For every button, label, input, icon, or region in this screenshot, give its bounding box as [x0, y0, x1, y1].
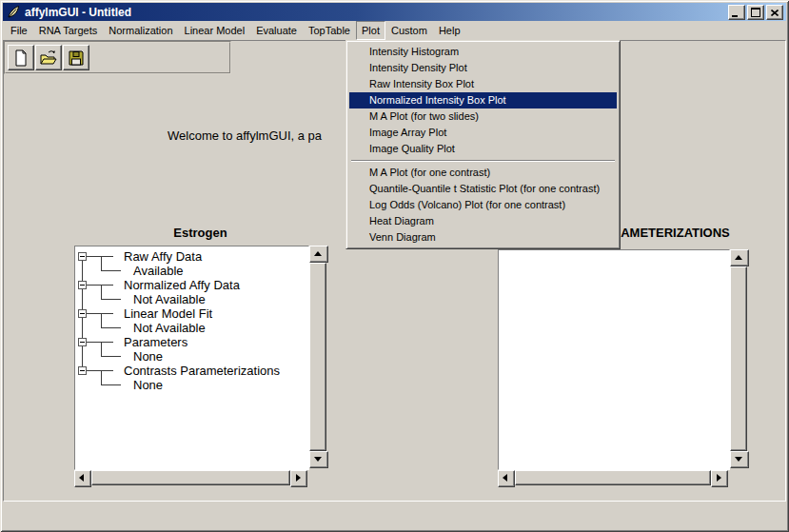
menubar-item-custom[interactable]: Custom — [385, 21, 433, 40]
left-panel: Raw Affy DataAvailableNormalized Affy Da… — [74, 246, 326, 485]
arrow-left-icon — [503, 474, 507, 482]
arrow-right-icon — [717, 474, 721, 482]
estrogen-listbox[interactable]: Raw Affy DataAvailableNormalized Affy Da… — [74, 246, 309, 470]
tree-group-raw-affy-data: Raw Affy DataAvailable — [75, 249, 308, 278]
tree-expand-icon[interactable] — [78, 252, 87, 261]
tree-node-label[interactable]: Raw Affy Data — [124, 249, 202, 264]
plot-menu-item-intensity-density-plot[interactable]: Intensity Density Plot — [349, 60, 617, 76]
tree-connector — [101, 313, 102, 328]
left-panel-title: Estrogen — [74, 226, 326, 240]
minimize-icon — [732, 15, 738, 17]
scrollbar-thumb[interactable] — [730, 266, 747, 451]
plot-menu-item-log-odds-volcano-plot-for-one-contrast[interactable]: Log Odds (Volcano) Plot (for one contras… — [349, 197, 617, 213]
plot-menu-item-m-a-plot-for-one-contrast[interactable]: M A Plot (for one contrast) — [349, 165, 617, 181]
tree-node-status[interactable]: None — [133, 378, 163, 392]
new-document-icon — [11, 49, 30, 68]
menubar-item-linear-model[interactable]: Linear Model — [179, 21, 251, 40]
plot-menu-item-heat-diagram[interactable]: Heat Diagram — [349, 213, 617, 229]
plot-menu-item-raw-intensity-box-plot[interactable]: Raw Intensity Box Plot — [349, 76, 617, 92]
scroll-right-button[interactable] — [711, 470, 728, 487]
scroll-up-button[interactable] — [309, 246, 328, 263]
minimize-button[interactable] — [728, 5, 745, 20]
tree-connector — [101, 299, 121, 300]
plot-menu-item-m-a-plot-for-two-slides[interactable]: M A Plot (for two slides) — [349, 108, 617, 125]
tree-node-status[interactable]: None — [133, 349, 163, 364]
menubar: FileRNA TargetsNormalizationLinear Model… — [3, 21, 786, 40]
scroll-left-button[interactable] — [498, 470, 515, 487]
menubar-item-file[interactable]: File — [5, 21, 33, 40]
scrollbar-thumb[interactable] — [91, 470, 290, 485]
tree-expand-icon[interactable] — [78, 366, 87, 375]
tree-group-parameters: ParametersNone — [75, 335, 308, 364]
tree-connector — [87, 342, 113, 343]
menu-separator — [351, 160, 615, 162]
scroll-left-button[interactable] — [74, 470, 91, 487]
left-vertical-scrollbar[interactable] — [309, 246, 326, 468]
tree-connector — [101, 384, 121, 385]
tree-connector — [101, 356, 121, 357]
tree-connector — [101, 342, 102, 357]
save-floppy-icon — [67, 49, 86, 68]
new-file-button[interactable] — [8, 45, 34, 70]
save-file-button[interactable] — [63, 45, 89, 70]
menubar-item-evaluate[interactable]: Evaluate — [250, 21, 303, 40]
arrow-left-icon — [79, 474, 84, 482]
titlebar: affylmGUI - Untitled — [3, 3, 786, 21]
left-horizontal-scrollbar[interactable] — [74, 470, 307, 485]
plot-menu: Intensity HistogramIntensity Density Plo… — [345, 40, 621, 249]
tree-connector — [87, 370, 113, 371]
feather-icon — [6, 5, 21, 20]
right-vertical-scrollbar[interactable] — [730, 249, 747, 468]
menubar-item-plot[interactable]: Plot — [356, 21, 385, 40]
tree-node-status[interactable]: Not Available — [133, 321, 206, 335]
close-button[interactable] — [766, 5, 783, 20]
scroll-right-button[interactable] — [290, 470, 307, 487]
tree-expand-icon[interactable] — [78, 309, 87, 318]
toolbar — [4, 41, 231, 74]
tree-expand-icon[interactable] — [78, 338, 87, 346]
tree-expand-icon[interactable] — [78, 281, 87, 289]
scrollbar-thumb[interactable] — [515, 470, 711, 485]
welcome-text: Welcome to affylmGUI, a pa — [168, 128, 322, 143]
scrollbar-thumb[interactable] — [309, 263, 326, 451]
plot-menu-item-normalized-intensity-box-plot[interactable]: Normalized Intensity Box Plot — [349, 92, 617, 108]
tree-connector — [101, 285, 102, 300]
plot-menu-item-image-quality-plot[interactable]: Image Quality Plot — [349, 141, 617, 157]
arrow-down-icon — [314, 457, 322, 462]
scroll-down-button[interactable] — [309, 451, 328, 468]
tree-node-status[interactable]: Available — [133, 264, 184, 278]
menubar-item-normalization[interactable]: Normalization — [103, 21, 178, 40]
open-file-button[interactable] — [35, 45, 62, 70]
contrasts-listbox[interactable] — [498, 249, 730, 470]
tree-node-label[interactable]: Linear Model Fit — [124, 306, 212, 321]
tree-connector — [101, 327, 121, 328]
tree-node-label[interactable]: Parameters — [124, 335, 187, 349]
arrow-up-icon — [314, 251, 322, 256]
plot-menu-item-intensity-histogram[interactable]: Intensity Histogram — [349, 44, 617, 60]
tree-connector — [101, 270, 121, 271]
menubar-item-help[interactable]: Help — [433, 21, 466, 40]
plot-menu-item-quantile-quantile-t-statistic-plot-for-one-contrast[interactable]: Quantile-Quantile t Statistic Plot (for … — [349, 181, 617, 197]
scroll-up-button[interactable] — [730, 249, 749, 266]
plot-menu-item-venn-diagram[interactable]: Venn Diagram — [349, 229, 617, 246]
window-controls — [728, 5, 783, 20]
maximize-button[interactable] — [747, 5, 764, 20]
scroll-down-button[interactable] — [730, 451, 749, 468]
estrogen-tree: Raw Affy DataAvailableNormalized Affy Da… — [75, 246, 308, 469]
tree-connector — [101, 370, 102, 385]
maximize-icon — [751, 8, 760, 17]
tree-connector — [101, 256, 102, 271]
tree-node-label[interactable]: Contrasts Parameterizations — [124, 364, 280, 378]
menubar-item-rna-targets[interactable]: RNA Targets — [33, 21, 104, 40]
tree-node-status[interactable]: Not Available — [133, 292, 206, 306]
close-icon — [771, 10, 779, 16]
plot-menu-item-image-array-plot[interactable]: Image Array Plot — [349, 125, 617, 141]
right-panel — [498, 249, 747, 483]
tree-group-contrasts-parameterizations: Contrasts ParameterizationsNone — [75, 364, 308, 392]
tree-group-linear-model-fit: Linear Model FitNot Available — [75, 306, 308, 335]
right-horizontal-scrollbar[interactable] — [498, 470, 728, 485]
tree-connector — [87, 256, 113, 257]
tree-node-label[interactable]: Normalized Affy Data — [124, 278, 240, 292]
menubar-item-toptable[interactable]: TopTable — [303, 21, 356, 40]
tree-connector — [87, 285, 113, 286]
